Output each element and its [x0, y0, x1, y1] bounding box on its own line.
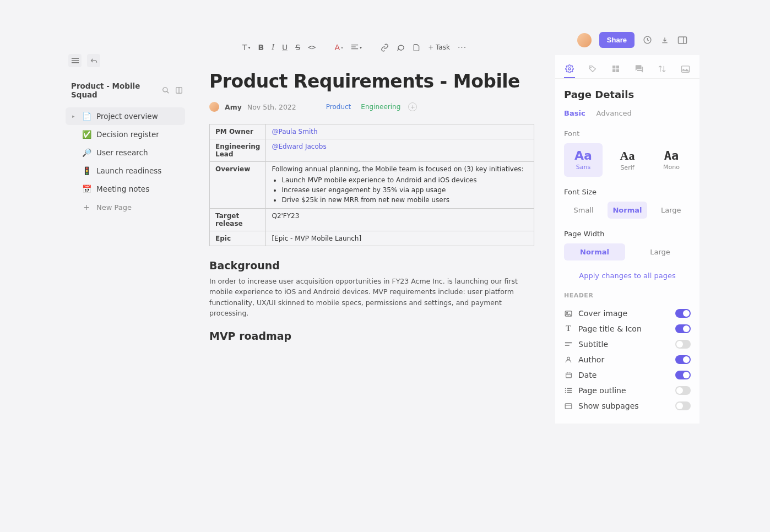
- toggle-switch[interactable]: [675, 340, 691, 349]
- attach-button[interactable]: [413, 44, 420, 52]
- cell-key: PM Owner: [210, 124, 266, 139]
- apply-changes-link[interactable]: Apply changes to all pages: [564, 272, 691, 280]
- search-icon[interactable]: [162, 86, 170, 94]
- page-width-label: Page Width: [564, 230, 691, 238]
- sidebar-collapse-icon[interactable]: [68, 54, 82, 67]
- panel-tab-comments[interactable]: [633, 61, 644, 78]
- page-title[interactable]: Product Requirements - Mobile: [209, 70, 534, 92]
- page-width-normal[interactable]: Normal: [564, 243, 625, 260]
- title-icon: T: [564, 324, 573, 333]
- undo-button[interactable]: [87, 54, 100, 67]
- subtab-basic[interactable]: Basic: [564, 109, 585, 120]
- svg-point-4: [568, 68, 571, 70]
- sidebar-item-decision-register[interactable]: ✅Decision register: [66, 126, 185, 143]
- sidebar-item-meeting-notes[interactable]: 📅Meeting notes: [66, 180, 185, 198]
- cell-key: Epic: [210, 231, 266, 246]
- cell-key: Overview: [210, 162, 266, 209]
- toggle-switch[interactable]: [675, 355, 691, 364]
- image-icon: [564, 310, 573, 317]
- page-details-panel: Page Details Basic Advanced Font AaSansA…: [555, 55, 699, 424]
- sidebar-item-launch-readiness[interactable]: 🚦Launch readiness: [66, 162, 185, 180]
- code-button[interactable]: <>: [308, 44, 316, 51]
- subtab-advanced[interactable]: Advanced: [597, 109, 632, 120]
- author-name: Amy: [225, 103, 242, 111]
- table-row[interactable]: Overview Following annual planning, the …: [210, 162, 534, 209]
- section-heading-background[interactable]: Background: [209, 259, 534, 272]
- panel-tab-tag[interactable]: [587, 61, 598, 78]
- font-option-mono[interactable]: AaMono: [652, 143, 691, 177]
- outline-icon: [564, 387, 573, 394]
- mention[interactable]: @Edward Jacobs: [272, 143, 326, 150]
- toggle-label: Subtitle: [578, 340, 608, 349]
- panel-toggle-icon[interactable]: [677, 35, 687, 45]
- toggle-switch[interactable]: [675, 386, 691, 395]
- panel-tab-settings[interactable]: [564, 61, 575, 78]
- new-page-button[interactable]: + New Page: [66, 198, 185, 216]
- history-icon[interactable]: [642, 35, 652, 45]
- panel-tab-sort[interactable]: [657, 61, 668, 78]
- bold-button[interactable]: B: [258, 43, 264, 52]
- share-button[interactable]: Share: [599, 32, 635, 48]
- toggle-switch[interactable]: [675, 324, 691, 333]
- font-preview: Aa: [654, 149, 688, 162]
- toggle-switch[interactable]: [675, 371, 691, 379]
- table-row[interactable]: Engineering Lead @Edward Jacobs: [210, 139, 534, 162]
- nav-item-icon: 🔎: [82, 148, 91, 157]
- toggle-switch[interactable]: [675, 401, 691, 410]
- toggle-row-page-title-icon: TPage title & Icon: [564, 321, 691, 336]
- table-row[interactable]: PM Owner @Paula Smith: [210, 124, 534, 139]
- sidebar: Product - Mobile Squad ▸📄Project overvie…: [63, 77, 187, 216]
- nav-item-icon: 📄: [82, 112, 91, 121]
- toggle-row-page-outline: Page outline: [564, 383, 691, 398]
- plus-icon: +: [82, 203, 91, 211]
- overview-bullet: Increase user engagement by 35% via app …: [281, 185, 528, 195]
- link-button[interactable]: [381, 44, 389, 52]
- font-label: Sans: [566, 164, 600, 171]
- underline-button[interactable]: U: [282, 43, 288, 52]
- author-avatar[interactable]: [209, 102, 219, 112]
- font-option-serif[interactable]: AaSerif: [608, 143, 647, 177]
- sidebar-item-project-overview[interactable]: ▸📄Project overview: [66, 107, 185, 125]
- page-width-large[interactable]: Large: [630, 243, 691, 260]
- font-size-small[interactable]: Small: [564, 202, 603, 219]
- user-avatar[interactable]: [577, 33, 592, 47]
- author-icon: [564, 356, 573, 363]
- table-row[interactable]: Target release Q2'FY23: [210, 209, 534, 231]
- page-date: Nov 5th, 2022: [247, 103, 296, 111]
- table-row[interactable]: Epic [Epic - MVP Mobile Launch]: [210, 231, 534, 246]
- strikethrough-button[interactable]: S: [295, 43, 300, 52]
- section-heading-roadmap[interactable]: MVP roadmap: [209, 330, 534, 342]
- tag-product[interactable]: Product: [324, 102, 354, 112]
- text-style-menu[interactable]: T ▾: [242, 43, 251, 52]
- add-task-button[interactable]: + Task: [428, 44, 450, 51]
- background-body[interactable]: In order to increase user acquisition op…: [209, 276, 534, 319]
- panel-tab-image[interactable]: [680, 61, 691, 78]
- header-section-label: HEADER: [564, 292, 691, 299]
- more-options-button[interactable]: ···: [458, 43, 467, 52]
- comment-button[interactable]: [397, 44, 405, 52]
- sidebar-item-user-research[interactable]: 🔎User research: [66, 144, 185, 161]
- toggle-label: Author: [578, 355, 604, 364]
- svg-rect-9: [616, 69, 619, 72]
- nav-item-icon: 🚦: [82, 166, 91, 175]
- font-preview: Aa: [610, 149, 644, 163]
- overview-bullet: Launch MVP mobile experience to Android …: [281, 175, 528, 185]
- font-size-large[interactable]: Large: [652, 202, 691, 219]
- align-button[interactable]: ▾: [351, 44, 362, 51]
- export-icon[interactable]: [660, 35, 670, 45]
- panel-tab-layout[interactable]: [610, 61, 621, 78]
- mention[interactable]: @Paula Smith: [272, 128, 317, 135]
- columns-icon[interactable]: [175, 86, 183, 94]
- tag-engineering[interactable]: Engineering: [359, 102, 403, 112]
- text-color-button[interactable]: A ▾: [335, 43, 344, 52]
- svg-point-2: [163, 88, 167, 92]
- nav-item-label: User research: [96, 148, 148, 157]
- date-icon: [564, 371, 573, 379]
- toggle-switch[interactable]: [675, 309, 691, 318]
- info-table: PM Owner @Paula Smith Engineering Lead @…: [209, 124, 534, 246]
- font-size-normal[interactable]: Normal: [608, 202, 647, 219]
- italic-button[interactable]: I: [272, 43, 274, 52]
- add-tag-button[interactable]: +: [408, 102, 417, 111]
- font-option-sans[interactable]: AaSans: [564, 143, 603, 177]
- svg-rect-14: [566, 373, 571, 378]
